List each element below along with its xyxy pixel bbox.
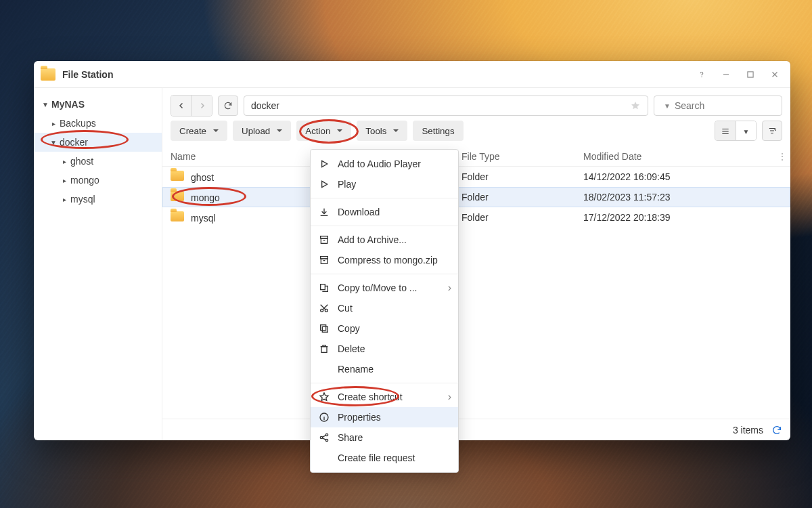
menu-item-label: Create shortcut	[338, 391, 403, 402]
archive-icon	[319, 255, 330, 266]
tree-root-label: MyNAS	[51, 99, 85, 110]
caret-right-icon: ▸	[50, 120, 57, 127]
caret-down-icon: ▼	[50, 139, 57, 146]
trash-icon	[319, 343, 330, 354]
upload-label: Upload	[242, 126, 270, 136]
file-station-window: File Station ▼ MyNAS ▸Backups▼docker▸gho…	[34, 61, 790, 440]
tree-item-label: docker	[60, 137, 88, 148]
status-bar: 3 items	[162, 419, 790, 440]
download-icon	[319, 207, 330, 217]
tree-item-mysql[interactable]: ▸mysql	[34, 190, 162, 209]
menu-item-download[interactable]: Download	[311, 202, 458, 222]
menu-item-create-file-request[interactable]: Create file request	[311, 448, 458, 468]
col-header-menu[interactable]: ⋮	[774, 151, 790, 162]
nav-forward-button[interactable]	[191, 96, 212, 116]
tree-root[interactable]: ▼ MyNAS	[34, 95, 162, 114]
tree-item-ghost[interactable]: ▸ghost	[34, 152, 162, 171]
menu-item-rename[interactable]: Rename	[311, 359, 458, 379]
tree-item-docker[interactable]: ▼docker	[34, 133, 162, 152]
download-icon	[319, 207, 330, 217]
copy-icon	[319, 323, 330, 334]
minimize-button[interactable]	[717, 66, 735, 83]
tree-item-label: Backups	[60, 118, 96, 129]
view-mode-caret-button[interactable]: ▼	[736, 121, 756, 141]
status-items: 3 items	[733, 425, 763, 436]
grid-header: Name File Type Modified Date ⋮	[162, 146, 790, 167]
caret-down-icon: ▼	[743, 128, 750, 135]
menu-item-add-to-archive[interactable]: Add to Archive...	[311, 230, 458, 250]
close-button[interactable]	[766, 66, 784, 83]
nav-toolbar: docker ▼	[162, 88, 790, 121]
svg-rect-9	[321, 259, 327, 263]
reload-icon	[223, 101, 233, 110]
create-button[interactable]: Create	[171, 121, 227, 141]
tools-label: Tools	[365, 126, 386, 136]
row-name: ghost	[191, 172, 214, 183]
search-box[interactable]: ▼	[654, 96, 782, 116]
search-input[interactable]	[675, 100, 793, 111]
info-icon	[319, 412, 330, 423]
maximize-button[interactable]	[742, 66, 759, 83]
settings-button[interactable]: Settings	[413, 121, 463, 141]
app-icon	[41, 68, 55, 81]
table-row[interactable]: mysqlFolder17/12/2022 20:18:39	[162, 207, 790, 228]
tree-item-label: mysql	[70, 194, 95, 205]
reload-button[interactable]	[218, 96, 238, 116]
menu-item-copy-to-move-to[interactable]: Copy to/Move to ...	[311, 278, 458, 298]
maximize-icon	[746, 70, 755, 79]
svg-rect-7	[321, 238, 327, 243]
menu-item-copy[interactable]: Copy	[311, 318, 458, 339]
tree-item-mongo[interactable]: ▸mongo	[34, 171, 162, 190]
breadcrumb[interactable]: docker	[244, 96, 648, 116]
menu-item-compress-to-mongo-zip[interactable]: Compress to mongo.zip	[311, 250, 458, 270]
menu-item-play[interactable]: Play	[311, 174, 458, 194]
menu-item-cut[interactable]: Cut	[311, 298, 458, 318]
favorite-star-button[interactable]	[630, 100, 641, 111]
menu-item-label: Rename	[338, 364, 374, 375]
col-header-date[interactable]: Modified Date	[583, 151, 774, 162]
action-context-menu: Add to Audio PlayerPlayDownloadAdd to Ar…	[310, 149, 459, 473]
table-row[interactable]: mongoFolder18/02/2023 11:57:23	[162, 187, 790, 207]
menu-item-add-to-audio-player[interactable]: Add to Audio Player	[311, 154, 458, 174]
menu-item-delete[interactable]: Delete	[311, 339, 458, 359]
menu-item-properties[interactable]: Properties	[311, 407, 458, 427]
view-mode-segment: ▼	[715, 121, 757, 141]
titlebar: File Station	[34, 61, 790, 88]
list-view-button[interactable]	[715, 121, 736, 141]
menu-item-label: Copy to/Move to ...	[338, 282, 418, 293]
play-icon	[319, 158, 330, 169]
nav-group	[171, 95, 212, 117]
table-row[interactable]: ghostFolder14/12/2022 16:09:45	[162, 167, 790, 187]
archive-icon	[319, 234, 330, 245]
status-refresh-button[interactable]	[771, 425, 782, 436]
sort-button[interactable]	[762, 121, 782, 141]
tools-button[interactable]: Tools	[357, 121, 407, 141]
action-button[interactable]: Action	[296, 121, 351, 141]
svg-point-0	[701, 76, 702, 77]
col-header-type[interactable]: File Type	[461, 151, 583, 162]
tree-item-label: ghost	[70, 156, 93, 167]
tree-item-Backups[interactable]: ▸Backups	[34, 114, 162, 133]
upload-button[interactable]: Upload	[233, 121, 291, 141]
menu-separator	[311, 383, 458, 383]
cut-icon	[319, 303, 330, 314]
help-button[interactable]	[693, 66, 710, 83]
minimize-icon	[721, 70, 731, 79]
nav-back-button[interactable]	[171, 96, 191, 116]
row-date: 14/12/2022 16:09:45	[583, 171, 670, 182]
archive-icon	[319, 255, 330, 266]
row-date: 17/12/2022 20:18:39	[583, 212, 670, 223]
search-caret-icon: ▼	[664, 102, 671, 110]
caret-down-icon: ▼	[42, 101, 49, 108]
info-icon	[319, 412, 330, 423]
help-icon	[697, 70, 706, 79]
menu-item-create-shortcut[interactable]: Create shortcut	[311, 387, 458, 407]
menu-separator	[311, 226, 458, 226]
share-icon	[319, 432, 330, 443]
menu-item-share[interactable]: Share	[311, 427, 458, 448]
star-outline-icon	[319, 391, 330, 402]
folder-tree: ▼ MyNAS ▸Backups▼docker▸ghost▸mongo▸mysq…	[34, 88, 162, 440]
row-name: mysql	[191, 213, 216, 224]
action-label: Action	[305, 126, 330, 136]
menu-item-label: Cut	[338, 303, 353, 314]
